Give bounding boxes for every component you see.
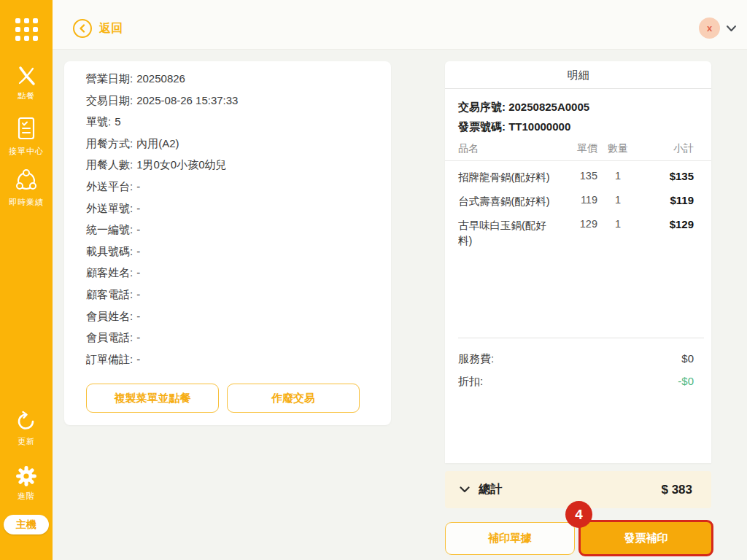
total-value: $ 383 [661,483,692,497]
order-info-row: 交易日期:2025-08-26 15:37:33 [86,94,369,116]
order-info-row: 會員電話:- [86,331,369,353]
invoice-no-row: 發票號碼: TT10000000 [458,117,698,136]
chevron-down-icon[interactable] [460,486,470,493]
total-label: 總計 [479,482,502,497]
sidebar-item-label: 接單中心 [0,146,53,157]
chevron-down-icon[interactable] [726,25,737,32]
chopsticks-icon [15,64,38,88]
pos-transaction-detail-screen: 返回 x 點餐 接單中心 [0,0,747,560]
sidebar-item-label: 更新 [0,436,53,447]
copy-order-button[interactable]: 複製菜單並點餐 [86,384,219,413]
sidebar-item-label: 即時業績 [0,197,53,208]
order-info-row: 營業日期:20250826 [86,72,369,94]
order-info-row: 顧客姓名:- [86,266,369,288]
network-circles-icon [13,168,39,194]
receipt-title: 明細 [445,61,711,89]
order-info-rows: 營業日期:20250826 交易日期:2025-08-26 15:37:33 單… [64,61,391,374]
receipt-item-row: 台式壽喜鍋(配好料) 119 1 $119 [445,194,711,209]
sidebar-item-advanced[interactable]: 進階 [0,464,53,502]
service-fee-value: $0 [681,347,694,370]
refresh-icon [15,410,38,433]
order-info-row: 會員姓名:- [86,310,369,332]
chevron-left-icon [77,23,88,34]
sidebar: 點餐 接單中心 即時業績 更新 [0,0,53,560]
sidebar-item-order[interactable]: 點餐 [0,64,53,101]
sidebar-item-refresh[interactable]: 更新 [0,410,53,447]
sidebar-item-order-center[interactable]: 接單中心 [0,115,53,157]
order-info-row: 用餐人數:1男0女0小孩0幼兒 [86,158,369,180]
reprint-invoice-button[interactable]: 發票補印 [578,520,713,556]
receipt-detail-card: 明細 交易序號: 20250825A0005 發票號碼: TT10000000 … [445,61,711,463]
receipt-column-headers: 品名 單價 數量 小計 [445,138,711,161]
order-list-icon [14,115,39,143]
order-info-row: 載具號碼:- [86,245,369,267]
service-fee-row: 服務費: $0 [458,347,694,370]
order-info-row: 外送單號:- [86,202,369,224]
sidebar-item-live-sales[interactable]: 即時業績 [0,168,53,208]
reprint-docs-button[interactable]: 補印單據 [445,522,575,555]
topbar: 返回 x [0,0,747,50]
step-4-badge: 4 [565,501,592,528]
sidebar-item-label: 進階 [0,491,53,502]
back-label[interactable]: 返回 [99,21,123,36]
order-info-row: 單號:5 [86,115,369,137]
order-info-row: 顧客電話:- [86,288,369,310]
order-actions: 複製菜單並點餐 作廢交易 [64,384,391,413]
sidebar-item-label: 點餐 [0,90,53,101]
void-transaction-button[interactable]: 作廢交易 [227,384,360,413]
avatar-letter: x [707,23,712,34]
discount-row: 折扣: -$0 [458,370,694,392]
back-button[interactable]: 返回 [73,19,123,38]
order-info-row: 外送平台:- [86,180,369,202]
order-info-row: 統一編號:- [86,223,369,245]
discount-value: -$0 [678,370,694,392]
receipt-item-row: 古早味白玉鍋(配好料) 129 1 $129 [445,218,711,249]
order-info-row: 用餐方式:內用(A2) [86,137,369,159]
order-info-row: 訂單備註:- [86,353,369,375]
receipt-item-row: 招牌龍骨鍋(配好料) 135 1 $135 [445,170,711,185]
receipt-ids: 交易序號: 20250825A0005 發票號碼: TT10000000 [445,89,711,138]
transaction-no-row: 交易序號: 20250825A0005 [458,97,698,117]
order-info-card: 營業日期:20250826 交易日期:2025-08-26 15:37:33 單… [64,61,391,425]
apps-grid-icon[interactable] [15,18,38,41]
fees-section: 服務費: $0 折扣: -$0 [445,338,711,392]
user-menu[interactable]: x [699,18,737,39]
host-button[interactable]: 主機 [4,515,49,534]
gear-icon [15,464,38,488]
avatar[interactable]: x [699,18,720,39]
chevron-left-circle-icon[interactable] [73,19,92,38]
receipt-items: 招牌龍骨鍋(配好料) 135 1 $135 台式壽喜鍋(配好料) 119 1 $… [445,161,711,338]
